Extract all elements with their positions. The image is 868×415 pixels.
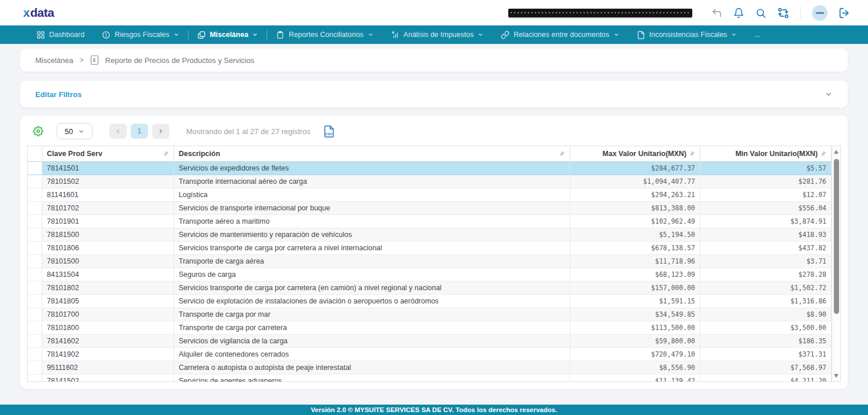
- row-selector-cell: [28, 242, 42, 254]
- table-row[interactable]: 78101702Servicios de transporte internac…: [28, 202, 832, 215]
- cell-clave: 78141805: [42, 295, 174, 307]
- row-selector-cell: [28, 348, 42, 361]
- table-row[interactable]: 78101700Transporte de carga por mar$34,5…: [28, 308, 832, 321]
- cell-descripcion: Transporte de carga aérea: [174, 255, 570, 268]
- bell-icon[interactable]: [733, 8, 744, 18]
- scroll-up-icon[interactable]: [834, 150, 839, 154]
- svg-text:CSV: CSV: [325, 131, 333, 135]
- nav-item-miscelanea[interactable]: Miscelánea: [189, 25, 267, 44]
- row-selector-cell: [28, 188, 42, 201]
- csv-export-icon[interactable]: CSV: [324, 125, 334, 138]
- nav-item-riesgos-fiscales[interactable]: Riesgos Fiscales: [93, 25, 187, 44]
- row-selector-cell: [28, 295, 42, 307]
- avatar-label: xdata: [815, 11, 823, 14]
- cell-min-valor: $12.07: [700, 188, 832, 201]
- cell-min-valor: $278.28: [700, 268, 832, 281]
- cell-clave: 95111602: [42, 361, 174, 374]
- breadcrumb-parent[interactable]: Miscelánea: [35, 56, 73, 65]
- cell-min-valor: $1,316.86: [700, 295, 832, 307]
- cell-descripcion: Seguros de carga: [174, 268, 570, 281]
- nav-item-reportes-conciliatorios[interactable]: Reportes Conciliatorios: [267, 25, 382, 44]
- cell-max-valor: $11,139.42: [570, 375, 700, 382]
- svg-text:$: $: [93, 58, 95, 63]
- nav-item-label: Relaciones entre documentos: [514, 31, 609, 39]
- scrollbar-thumb[interactable]: [834, 159, 839, 314]
- cell-min-valor: $186.35: [700, 335, 832, 347]
- table-row[interactable]: 78141502Servicios de agentes aduaneros$1…: [28, 375, 832, 382]
- edit-filters-link[interactable]: Editar Filtros: [35, 90, 82, 99]
- layers-icon: [197, 31, 206, 39]
- table-row[interactable]: 78141902Alquiler de contenedores cerrado…: [28, 348, 832, 361]
- chevron-down-icon[interactable]: [825, 90, 833, 98]
- cell-clave: 78101806: [42, 242, 174, 254]
- row-selector-cell: [28, 255, 42, 268]
- table-row[interactable]: 78181500Servicios de mantenimiento y rep…: [28, 228, 832, 242]
- column-header-clave[interactable]: Clave Prod Serv: [42, 146, 174, 161]
- gear-icon[interactable]: [33, 126, 43, 136]
- table-row[interactable]: 78101806Servicios transporte de carga po…: [28, 242, 832, 255]
- row-selector-cell: [28, 215, 42, 228]
- logo-mark: x: [23, 6, 30, 19]
- pagination: 1: [109, 124, 169, 139]
- dashboard-icon: [36, 31, 45, 39]
- table-row[interactable]: 78101802Servicios transporte de carga po…: [28, 281, 832, 295]
- cell-max-valor: $1,094,407.77: [570, 175, 700, 188]
- table-row[interactable]: 78141805Servicio de explotación de insta…: [28, 295, 832, 308]
- prev-page-button[interactable]: [109, 124, 127, 139]
- table-row[interactable]: 78101800Transporte de carga por carreter…: [28, 321, 832, 335]
- nav-item-inconsistencias-fiscales[interactable]: Inconsistencias Fiscales: [628, 25, 746, 44]
- column-label: Clave Prod Serv: [47, 150, 102, 158]
- cell-descripcion: Servicios de agentes aduaneros: [174, 375, 570, 382]
- cell-max-valor: $11,718.96: [570, 255, 700, 268]
- cell-min-valor: $7,568.97: [700, 361, 832, 374]
- logout-icon[interactable]: [839, 7, 851, 19]
- nav-item-analisis-de-impuestos[interactable]: Análisis de Impuestos: [382, 25, 493, 44]
- cell-descripcion: Servicios de transporte internacional po…: [174, 202, 570, 214]
- cell-clave: 78101500: [42, 255, 174, 268]
- chevron-down-icon: [252, 32, 258, 38]
- cell-min-valor: $3,874.91: [700, 215, 832, 228]
- table-row[interactable]: 78141501Servicios de expedidores de flet…: [28, 162, 832, 175]
- current-page-button[interactable]: 1: [131, 124, 148, 139]
- table-row[interactable]: 95111602Carretera o autopista o autopist…: [28, 361, 832, 375]
- switch-module-icon[interactable]: [777, 7, 789, 19]
- chevron-down-icon: [173, 32, 179, 38]
- cell-clave: 78141501: [42, 162, 174, 175]
- cell-descripcion: Servicios de vigilancia de la carga: [174, 335, 570, 347]
- table-row[interactable]: 78101500Transporte de carga aérea$11,718…: [28, 255, 832, 268]
- nav-item-dashboard[interactable]: Dashboard: [28, 25, 93, 44]
- cell-clave: 78101800: [42, 321, 174, 334]
- nav-item-label: Riesgos Fiscales: [114, 31, 169, 39]
- xdata-logo[interactable]: xdata: [23, 6, 54, 20]
- nav-item-label: Inconsistencias Fiscales: [649, 31, 727, 39]
- page-size-value: 50: [65, 127, 73, 136]
- nav-item-more[interactable]: ...: [745, 25, 769, 44]
- footer-text: Versión 2.0 © MYSUITE SERVICES SA DE CV.…: [311, 406, 557, 413]
- column-header-descripcion[interactable]: Descripción: [174, 146, 570, 161]
- table-row[interactable]: 84131504Seguros de carga$68,123.09$278.2…: [28, 268, 832, 281]
- next-page-button[interactable]: [152, 124, 169, 139]
- row-selector-cell: [28, 281, 42, 294]
- column-header-min-valor[interactable]: Min Valor Unitario(MXN): [700, 146, 832, 161]
- search-icon[interactable]: [755, 8, 766, 18]
- cell-clave: 78101700: [42, 308, 174, 321]
- scroll-down-icon[interactable]: [834, 374, 839, 378]
- page-size-select[interactable]: 50: [57, 123, 93, 139]
- undo-icon[interactable]: [711, 8, 722, 18]
- table-row[interactable]: 78141602Servicios de vigilancia de la ca…: [28, 335, 832, 348]
- table-scrollbar[interactable]: [832, 146, 840, 381]
- footer: Versión 2.0 © MYSUITE SERVICES SA DE CV.…: [0, 405, 868, 415]
- avatar[interactable]: xdata: [812, 5, 828, 21]
- link-icon: [501, 31, 509, 39]
- cell-min-valor: $5.57: [700, 162, 832, 175]
- top-bar-actions: xdata: [508, 5, 851, 21]
- column-header-max-valor[interactable]: Max Valor Unitario(MXN): [570, 146, 700, 161]
- row-selector-cell: [28, 162, 42, 175]
- table-row[interactable]: 78101502Transporte internacional aéreo d…: [28, 175, 832, 188]
- nav-item-relaciones-entre-documentos[interactable]: Relaciones entre documentos: [492, 25, 627, 44]
- cell-max-valor: $294,263.21: [570, 188, 700, 201]
- table-row[interactable]: 81141601Logística$294,263.21$12.07: [28, 188, 832, 202]
- row-selector-cell: [28, 202, 42, 214]
- table-row[interactable]: 78101901Transporte aéreo a maritimo$102,…: [28, 215, 832, 228]
- cell-descripcion: Transporte aéreo a maritimo: [174, 215, 570, 228]
